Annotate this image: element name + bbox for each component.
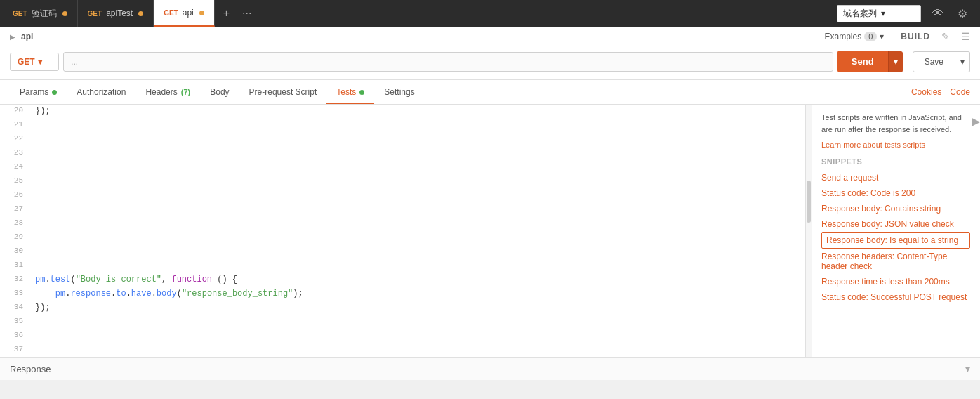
nav-tabs: Params Authorization Headers (7) Body Pr… — [0, 80, 980, 105]
eye-icon[interactable]: 👁 — [929, 4, 946, 22]
line-number: 34 — [0, 301, 29, 313]
line-content — [29, 189, 41, 192]
panel-expand-icon[interactable]: ▶ — [972, 115, 980, 128]
snippet-item[interactable]: Status code: Code is 200 — [821, 185, 970, 201]
request-bar-wrapper: ▶ api Examples 0 ▾ BUILD ✎ ☰ GET ▾ Send … — [0, 27, 980, 80]
save-button[interactable]: Save — [913, 51, 955, 72]
snippet-item[interactable]: Response body: JSON value check — [821, 216, 970, 232]
code-link[interactable]: Code — [950, 87, 970, 97]
snippet-item[interactable]: Response headers: Content-Type header ch… — [821, 249, 970, 274]
line-number: 31 — [0, 259, 29, 270]
send-button-group: Send ▾ — [837, 51, 903, 72]
line-number: 37 — [0, 344, 29, 355]
tab-actions: + ··· — [219, 6, 256, 21]
line-number: 23 — [0, 147, 29, 158]
snippet-item[interactable]: Response body: Is equal to a string — [821, 232, 970, 249]
line-number: 21 — [0, 119, 29, 130]
line-content: }); — [29, 301, 56, 314]
snippet-item[interactable]: Send a request — [821, 170, 970, 185]
line-number: 20 — [0, 105, 29, 116]
code-line: 28 — [0, 217, 805, 231]
line-content — [29, 329, 41, 332]
code-line: 36 — [0, 329, 805, 344]
tab-pre-request-script[interactable]: Pre-request Script — [239, 80, 327, 104]
url-row: GET ▾ Send ▾ Save ▾ — [0, 46, 980, 79]
edit-icon[interactable]: ✎ — [941, 31, 950, 42]
response-chevron-icon[interactable]: ▾ — [965, 363, 970, 374]
settings-icon[interactable]: ⚙ — [955, 4, 970, 23]
chevron-down-icon: ▾ — [881, 8, 915, 18]
tab-tests[interactable]: Tests — [326, 80, 374, 104]
line-number: 27 — [0, 203, 29, 214]
cookies-link[interactable]: Cookies — [911, 87, 941, 97]
line-content — [29, 315, 41, 318]
code-line: 32pm.test("Body is correct", function ()… — [0, 273, 805, 287]
line-content: }); — [29, 105, 56, 117]
tab-apiTest[interactable]: GET apiTest — [78, 0, 154, 27]
tab-dot-1 — [138, 11, 143, 16]
line-content — [29, 133, 41, 136]
build-button[interactable]: BUILD — [901, 32, 930, 41]
list-icon[interactable]: ☰ — [961, 31, 970, 42]
response-bar: Response ▾ — [0, 357, 980, 380]
line-number: 25 — [0, 175, 29, 186]
line-content — [29, 217, 41, 220]
url-input[interactable] — [63, 52, 833, 72]
code-editor[interactable]: 20});212223242526272829303132pm.test("Bo… — [0, 105, 806, 357]
line-number: 36 — [0, 329, 29, 341]
tab-tests-label: Tests — [336, 87, 356, 97]
tests-dot — [359, 90, 364, 95]
panel-description: Test scripts are written in JavaScript, … — [821, 112, 970, 135]
main-content: 20});212223242526272829303132pm.test("Bo… — [0, 105, 980, 357]
line-content — [29, 203, 41, 206]
code-line: 31 — [0, 259, 805, 273]
send-dropdown-button[interactable]: ▾ — [888, 51, 903, 72]
line-number: 29 — [0, 231, 29, 242]
code-line: 30 — [0, 245, 805, 259]
breadcrumb-arrow-icon: ▶ — [10, 33, 15, 41]
nav-tabs-right: Cookies Code — [911, 87, 970, 97]
method-label-2: GET — [164, 9, 178, 17]
snippet-item[interactable]: Status code: Successful POST request — [821, 289, 970, 305]
tab-authorization[interactable]: Authorization — [67, 80, 135, 104]
add-tab-button[interactable]: + — [219, 6, 234, 21]
scrollbar[interactable] — [806, 105, 812, 357]
tab-settings[interactable]: Settings — [374, 80, 424, 104]
tab-bar: GET 验证码 GET apiTest GET api + ··· 域名案列 ▾… — [0, 0, 980, 27]
tab-api[interactable]: GET api — [154, 0, 215, 27]
method-selector[interactable]: GET ▾ — [10, 53, 59, 71]
line-content: pm.response.to.have.body("response_body_… — [29, 287, 309, 300]
tab-params[interactable]: Params — [10, 80, 67, 104]
code-line: 26 — [0, 189, 805, 203]
line-number: 24 — [0, 161, 29, 172]
examples-button[interactable]: Examples 0 ▾ — [825, 32, 885, 41]
tab-验证码[interactable]: GET 验证码 — [3, 0, 78, 27]
tab-bar-right: 域名案列 ▾ 👁 ⚙ — [837, 4, 977, 23]
code-line: 23 — [0, 147, 805, 161]
learn-more-link[interactable]: Learn more about tests scripts — [821, 140, 970, 149]
line-content — [29, 259, 41, 262]
tab-body[interactable]: Body — [200, 80, 239, 104]
send-button[interactable]: Send — [837, 51, 888, 72]
tab-headers-label: Headers — [145, 87, 177, 97]
more-tabs-button[interactable]: ··· — [238, 6, 256, 21]
snippet-item[interactable]: Response body: Contains string — [821, 201, 970, 216]
snippet-item[interactable]: Response time is less than 200ms — [821, 274, 970, 289]
tab-dot-0 — [62, 11, 67, 16]
scrollbar-thumb — [807, 181, 811, 223]
method-value: GET — [18, 57, 35, 67]
code-line: 37 — [0, 344, 805, 357]
tab-headers[interactable]: Headers (7) — [135, 80, 200, 104]
line-number: 35 — [0, 315, 29, 327]
headers-badge: (7) — [181, 88, 190, 96]
code-line: 35 — [0, 315, 805, 329]
save-dropdown-button[interactable]: ▾ — [955, 51, 970, 72]
line-content — [29, 344, 41, 346]
tab-pre-request-label: Pre-request Script — [249, 87, 317, 97]
tab-params-label: Params — [20, 87, 48, 97]
tab-body-label: Body — [210, 87, 229, 97]
line-content — [29, 175, 41, 178]
domain-selector[interactable]: 域名案列 ▾ — [837, 5, 921, 22]
line-content — [29, 245, 41, 248]
tab-authorization-label: Authorization — [77, 87, 126, 97]
